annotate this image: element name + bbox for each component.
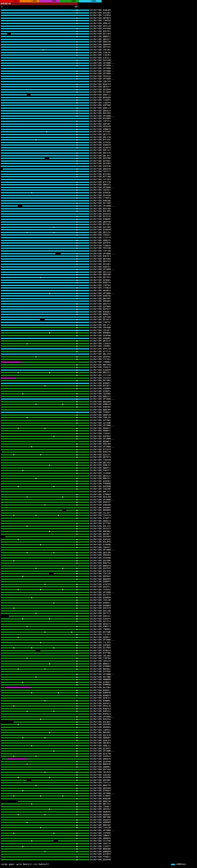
hit-row[interactable]: UniRef100_Q24C50: [0, 752, 197, 755]
hit-label[interactable]: UniRef100_B9S1B8: [90, 208, 110, 210]
hit-bar-segment[interactable]: [1, 549, 88, 551]
hit-bar[interactable]: [0, 850, 89, 853]
hit-bar-segment[interactable]: [1, 163, 88, 164]
hit-label[interactable]: UniRef100_Q42248: [90, 59, 110, 62]
hit-bar-segment[interactable]: [1, 698, 88, 699]
hit-row[interactable]: UniRef100_C1BJR1: [0, 54, 197, 57]
hit-bar-segment[interactable]: [1, 658, 88, 659]
hit-bar[interactable]: [0, 99, 89, 102]
hit-row[interactable]: UniRef100_Q9C478: [0, 152, 197, 155]
hit-bar[interactable]: [0, 768, 89, 771]
hit-label[interactable]: UniRef100_Q10281: [90, 480, 110, 483]
hit-row[interactable]: UniRef100_Q864T1: [0, 184, 197, 186]
hit-label[interactable]: UniRef100_B9QE06: [90, 798, 110, 800]
hit-bar[interactable]: [0, 157, 89, 160]
hit-bar-segment[interactable]: [1, 459, 88, 461]
hit-bar[interactable]: [0, 176, 89, 178]
hit-row[interactable]: UniRef100_Q4N2G0: [0, 504, 197, 506]
hit-bar[interactable]: [0, 226, 89, 229]
hit-row[interactable]: UniRef100_Q95FD5: [0, 355, 197, 359]
hit-bar-segment[interactable]: [1, 520, 88, 522]
hit-bar-segment[interactable]: [1, 375, 88, 376]
hit-row[interactable]: UniRef100_Q8SS60: [0, 787, 197, 790]
hit-bar-segment[interactable]: [1, 727, 88, 728]
hit-bar[interactable]: [0, 210, 89, 213]
hit-bar[interactable]: [0, 165, 89, 168]
hit-bar-segment[interactable]: [1, 76, 88, 77]
hit-row[interactable]: UniRef100_B2Y563: [0, 223, 197, 226]
hit-label[interactable]: UniRef100_C4V7L4: [90, 781, 110, 784]
hit-label[interactable]: UniRef100_C0HJY9: [90, 81, 110, 83]
hit-label[interactable]: UniRef100_B9I269: [90, 112, 110, 115]
hit-bar-segment[interactable]: [30, 94, 89, 95]
hit-row[interactable]: UniRef100_Q29CS1: [0, 697, 197, 700]
hit-bar-segment[interactable]: [1, 671, 88, 672]
hit-bar[interactable]: [0, 358, 89, 361]
hit-bar[interactable]: [0, 747, 89, 750]
hit-label[interactable]: UniRef100_Q2U15T: [90, 454, 110, 456]
hit-bar-segment[interactable]: [1, 126, 88, 127]
hit-bar[interactable]: [0, 448, 89, 451]
hit-bar[interactable]: [0, 422, 89, 425]
hit-label[interactable]: UniRef100_A8N9R9: [90, 821, 110, 824]
hit-bar[interactable]: [0, 784, 89, 787]
hit-label[interactable]: UniRef100_B6RQ75: [90, 313, 110, 316]
hit-row[interactable]: UniRef100_Q39836: [0, 191, 197, 194]
hit-label[interactable]: UniRef100_A8NSK3: [90, 813, 110, 816]
hit-row[interactable]: UniRef100_B4PHC5: [0, 702, 197, 705]
hit-bar[interactable]: [0, 279, 89, 282]
hit-bar-segment[interactable]: [1, 81, 88, 82]
hit-bar[interactable]: [0, 104, 89, 107]
hit-bar-segment[interactable]: [1, 777, 88, 778]
hit-row[interactable]: UniRef100_B4GZU4: [0, 718, 197, 721]
hit-bar-segment[interactable]: [1, 816, 88, 818]
hit-row[interactable]: UniRef100_Q9VSJ6: [0, 705, 197, 708]
hit-row[interactable]: UniRef100_A7S5H5: [0, 130, 197, 133]
hit-bar[interactable]: [0, 213, 89, 216]
hit-label[interactable]: UniRef100_UPI000...: [90, 639, 114, 641]
hit-row[interactable]: UniRef100_B8C7T3: [0, 491, 197, 493]
hit-row[interactable]: UniRef100_Q39336: [0, 165, 197, 168]
hit-row[interactable]: UniRef100_Q51UC3: [0, 318, 197, 321]
hit-bar-segment[interactable]: [1, 830, 88, 831]
hit-label[interactable]: UniRef100_Q22RZ2: [90, 747, 110, 750]
hit-row[interactable]: UniRef100_Q9LY28: [0, 136, 197, 139]
hit-row[interactable]: UniRef100_B8A2B4: [0, 401, 197, 403]
hit-bar-segment[interactable]: [1, 692, 88, 693]
hit-bar[interactable]: [0, 639, 89, 641]
hit-bar[interactable]: [0, 649, 89, 652]
hit-row[interactable]: UniRef100_B4LWV2: [0, 721, 197, 723]
hit-row[interactable]: UniRef100_Q7YTB2: [0, 522, 197, 525]
hit-label[interactable]: UniRef100_C1H5Y7: [90, 845, 110, 848]
hit-row[interactable]: UniRef100_Q9FJ17: [0, 149, 197, 152]
hit-bar[interactable]: [0, 625, 89, 628]
hit-bar-segment[interactable]: [1, 137, 88, 138]
hit-row[interactable]: UniRef100_B3P0L9: [0, 713, 197, 716]
hit-bar[interactable]: [0, 792, 89, 795]
hit-bar[interactable]: [0, 684, 89, 686]
hit-bar[interactable]: [0, 525, 89, 528]
hit-label[interactable]: UniRef100_C1BLX6: [90, 52, 110, 54]
hit-row[interactable]: UniRef100_C4M3V1: [0, 729, 197, 732]
hit-row[interactable]: UniRef100_Q9D250: [0, 168, 197, 170]
hit-row[interactable]: UniRef100_Q31UD1: [0, 263, 197, 266]
hit-bar-segment[interactable]: [1, 502, 88, 503]
hit-label[interactable]: UniRef100_UPI000...: [90, 398, 114, 401]
hit-bar-segment[interactable]: [1, 123, 88, 125]
hit-bar[interactable]: [0, 628, 89, 631]
hit-row[interactable]: UniRef100_C8V4Q0: [0, 327, 197, 329]
hit-label[interactable]: UniRef100_UPI000...: [90, 67, 114, 70]
hit-label[interactable]: UniRef100_Q7QDE2: [90, 681, 110, 684]
hit-label[interactable]: UniRef100_C5DJ08: [90, 488, 110, 491]
hit-label[interactable]: UniRef100_Q4PGZ7: [90, 308, 110, 311]
hit-bar-segment[interactable]: [1, 423, 88, 424]
hit-row[interactable]: UniRef100_B9RBH5: [0, 332, 197, 334]
hit-row[interactable]: UniRef100_A5A5N0: [0, 557, 197, 559]
hit-bar-segment[interactable]: [1, 364, 88, 366]
hit-label[interactable]: UniRef100_Q41369: [90, 226, 110, 229]
hit-label[interactable]: UniRef100_C1L2P5: [90, 641, 110, 644]
hit-row[interactable]: UniRef100_UPI000...: [0, 115, 197, 118]
hit-label[interactable]: UniRef100_C1C2G1: [90, 358, 110, 361]
hit-bar-segment[interactable]: [1, 486, 88, 487]
hit-bar[interactable]: [0, 816, 89, 819]
